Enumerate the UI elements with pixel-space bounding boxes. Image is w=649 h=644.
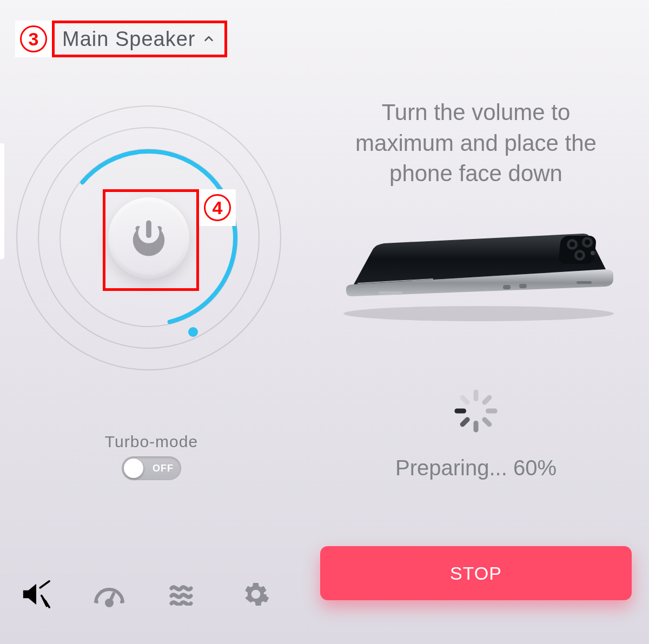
svg-rect-23 [459,416,471,428]
chevron-up-icon [203,33,215,45]
annotation-number: 3 [20,25,47,52]
svg-point-3 [95,600,98,603]
svg-rect-19 [481,394,493,406]
turbo-mode-toggle[interactable]: OFF [122,456,181,480]
turbo-mode-label: Turbo-mode [0,433,303,451]
wave-icon [169,583,196,606]
svg-rect-20 [486,409,498,414]
speaker-selector-label: Main Speaker [62,28,195,51]
annotation-marker-4: 4 [199,189,236,226]
gear-icon [242,581,269,608]
svg-rect-16 [519,284,527,288]
status-text: Preparing... 60% [303,456,649,480]
svg-rect-15 [503,285,511,289]
loading-spinner-icon [452,387,500,435]
annotation-number: 4 [204,194,231,221]
svg-rect-24 [454,409,466,414]
annotation-marker-3: 3 [15,21,52,57]
svg-rect-21 [481,416,493,428]
svg-rect-25 [459,394,471,406]
speaker-clean-icon [21,579,52,610]
tab-stereo-test[interactable] [92,577,127,612]
svg-point-12 [577,253,582,258]
svg-point-4 [120,600,123,603]
svg-rect-22 [474,421,479,433]
annotation-highlight-4 [103,189,199,291]
svg-point-13 [591,251,595,255]
svg-rect-14 [379,291,402,295]
tab-vibration[interactable] [165,577,200,612]
phone-face-down-illustration [335,233,617,322]
tab-speaker-clean[interactable] [19,577,54,612]
bottom-tab-bar [19,577,273,612]
svg-rect-17 [577,281,592,284]
instruction-text: Turn the volume to maximum and place the… [330,97,622,189]
toggle-knob [124,459,143,478]
gauge-icon [92,581,126,607]
svg-point-8 [569,242,575,247]
window-edge-indicator [0,143,4,259]
svg-point-5 [343,306,614,321]
svg-rect-18 [474,389,479,401]
svg-rect-2 [109,592,116,602]
toggle-state-text: OFF [153,463,174,474]
svg-point-10 [585,240,590,245]
stop-button[interactable]: STOP [320,546,632,600]
progress-knob [188,327,198,337]
speaker-selector-dropdown[interactable]: Main Speaker [52,21,227,57]
tab-settings[interactable] [239,577,273,612]
